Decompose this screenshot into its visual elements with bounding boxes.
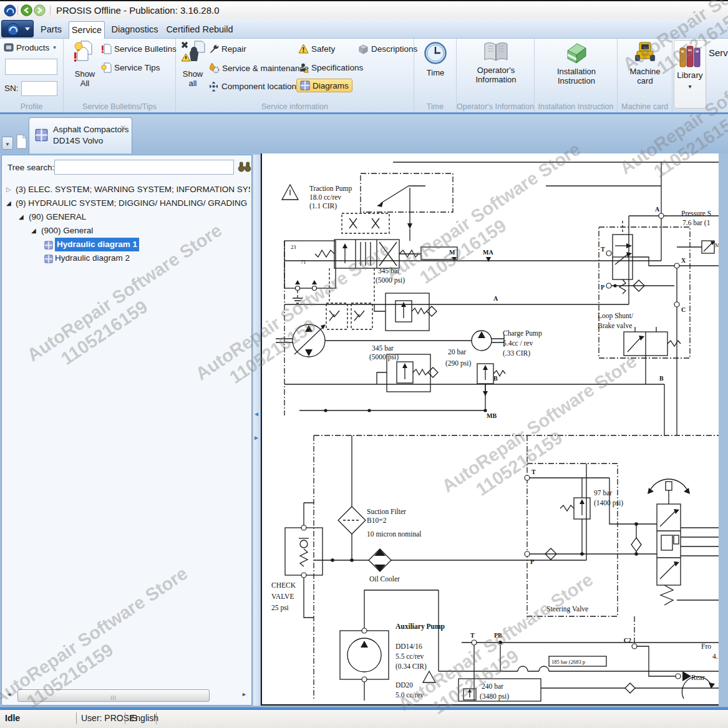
component-location-button[interactable]: Component location: [208, 81, 296, 92]
svg-text:(5000 psi): (5000 psi): [376, 276, 405, 284]
scrollbar-thumb[interactable]: [17, 689, 210, 702]
tree-item[interactable]: (900) General: [2, 224, 250, 238]
time-button[interactable]: Time: [419, 41, 452, 77]
products-icon: [4, 42, 14, 52]
collapse-left-icon[interactable]: [253, 410, 260, 417]
hydraulic-diagram-view[interactable]: Traction Pump 18.0 cc/rev (1.1 CIR): [261, 153, 719, 706]
svg-text:Oil Cooler: Oil Cooler: [369, 575, 400, 583]
component-location-icon: [208, 81, 219, 92]
sn-input[interactable]: [21, 81, 57, 96]
group-label-operators: Operator's Information: [457, 102, 534, 111]
svg-text:A: A: [493, 295, 498, 302]
expander-collapsed-icon[interactable]: [6, 183, 11, 197]
profile-input[interactable]: [5, 59, 57, 75]
diagram-grid-icon: [44, 254, 53, 268]
group-machine-card: Machine card Machine card: [618, 39, 672, 112]
search-binoculars-icon[interactable]: [238, 160, 251, 175]
svg-text:(.33 CIR): (.33 CIR): [503, 349, 530, 357]
svg-text:T: T: [601, 246, 605, 253]
group-service-information: Show all Repair Service & maintenance Co…: [176, 39, 414, 112]
svg-text:Pressure S: Pressure S: [681, 210, 711, 217]
group-service-bulletins-tips: Show All Service Bulletins Service Tips …: [64, 39, 176, 112]
horizontal-scrollbar[interactable]: ◄ ►: [4, 689, 250, 702]
products-dropdown[interactable]: Products: [4, 42, 56, 52]
tree-item[interactable]: (9) HYDRAULIC SYSTEM; DIGGING/ HANDLING/…: [2, 197, 250, 210]
svg-text:CHECK: CHECK: [271, 581, 296, 589]
show-all-bulletins-button[interactable]: Show All: [69, 40, 101, 88]
service-panel-label: Service: [709, 47, 728, 58]
sn-label: SN:: [4, 84, 19, 93]
window-title: PROSIS Offline - Publication: 3.16.28.0: [56, 5, 220, 16]
show-all-service-info-button[interactable]: Show all: [177, 40, 208, 88]
oil-gear-icon: [208, 62, 220, 74]
tab-service[interactable]: Service: [69, 21, 105, 39]
svg-text:(0.34 CIR): (0.34 CIR): [396, 662, 427, 671]
svg-text:5.4cc / rev: 5.4cc / rev: [503, 339, 533, 347]
tab-list-dropdown-button[interactable]: [2, 137, 13, 150]
tree-item[interactable]: Hydraulic diagram 2: [2, 251, 250, 265]
tree-search-input[interactable]: [54, 160, 234, 175]
new-page-icon[interactable]: [16, 134, 27, 152]
green-book-icon: [564, 41, 589, 65]
operators-information-button[interactable]: Operator's Information: [468, 41, 524, 84]
svg-text:7.6 bar (1: 7.6 bar (1: [682, 219, 711, 227]
tab-diagnostics[interactable]: Diagnostics: [107, 21, 162, 38]
scroll-right-icon[interactable]: ►: [241, 691, 247, 697]
svg-text:B: B: [493, 375, 498, 382]
group-installation-instruction: Installation Instruction Installation In…: [535, 39, 618, 112]
safety-button[interactable]: Safety: [298, 44, 335, 54]
divider: [76, 712, 77, 724]
descriptions-button[interactable]: Descriptions: [358, 44, 417, 54]
svg-text:MB: MB: [487, 412, 497, 419]
svg-text:P: P: [601, 284, 604, 291]
tab-parts[interactable]: Parts: [36, 21, 66, 38]
svg-text:185 bar (2683 p: 185 bar (2683 p: [551, 659, 585, 665]
forward-button[interactable]: [34, 4, 46, 16]
service-tip-icon: [101, 62, 112, 73]
service-bulletins-button[interactable]: Service Bulletins: [101, 44, 177, 54]
expand-right-icon[interactable]: [253, 434, 260, 441]
tree-item[interactable]: (90) GENERAL: [2, 210, 250, 224]
svg-text:T: T: [470, 632, 475, 639]
svg-text:345 bar: 345 bar: [372, 344, 394, 352]
svg-text:71: 71: [301, 259, 306, 265]
service-tips-button[interactable]: Service Tips: [101, 62, 160, 73]
group-operators-information: Operator's Information Operator's Inform…: [457, 39, 535, 112]
expander-expanded-icon[interactable]: [6, 197, 11, 210]
svg-text:Charge Pump: Charge Pump: [503, 329, 542, 337]
divider: [125, 712, 125, 724]
tree-item[interactable]: (3) ELEC. SYSTEM; WARNING SYSTEM; INFORM…: [2, 183, 250, 197]
specifications-icon: [298, 62, 309, 73]
service-bulletin-icon: [101, 44, 112, 54]
machine-card-button[interactable]: Machine card: [626, 40, 664, 85]
group-time: Time Time: [414, 39, 457, 112]
scroll-left-icon[interactable]: ◄: [6, 691, 12, 697]
tree-panel: Tree search: (3) ELEC. SYSTEM; WARNING S…: [1, 155, 252, 706]
svg-text:25 psi: 25 psi: [271, 604, 289, 612]
library-books-icon: [678, 44, 702, 69]
app-logo-icon: [4, 4, 16, 17]
tree-item-selected[interactable]: Hydraulic diagram 1: [2, 238, 250, 251]
expander-expanded-icon[interactable]: [31, 224, 36, 238]
service-maintenance-button[interactable]: Service & maintenance: [208, 62, 309, 74]
back-button[interactable]: [21, 4, 32, 16]
tab-certified-rebuild[interactable]: Certified Rebuild: [165, 21, 235, 38]
diagram-grid-icon: [300, 80, 310, 90]
svg-text:18.0 cc/rev: 18.0 cc/rev: [309, 193, 341, 201]
document-tab-title: Asphalt Compactors DD14S Volvo: [53, 124, 129, 147]
diagrams-button-active[interactable]: Diagrams: [296, 79, 352, 92]
descriptions-box-icon: [358, 44, 369, 54]
repair-button[interactable]: Repair: [208, 44, 246, 54]
application-menu-button[interactable]: [1, 20, 34, 37]
installation-instruction-button[interactable]: Installation Instruction: [548, 41, 604, 85]
group-label-profile: Profile: [0, 102, 63, 111]
group-label-time: Time: [414, 102, 456, 111]
document-tab-active[interactable]: Asphalt Compactors DD14S Volvo: [29, 117, 132, 153]
expander-expanded-icon[interactable]: [19, 210, 24, 224]
svg-text:A: A: [655, 206, 660, 213]
pane-splitter[interactable]: [253, 155, 260, 706]
library-button[interactable]: Library: [674, 40, 706, 109]
tree-search-label: Tree search:: [7, 163, 54, 172]
specifications-button[interactable]: Specifications: [298, 62, 363, 73]
svg-text:(1.1 CIR): (1.1 CIR): [309, 202, 337, 210]
